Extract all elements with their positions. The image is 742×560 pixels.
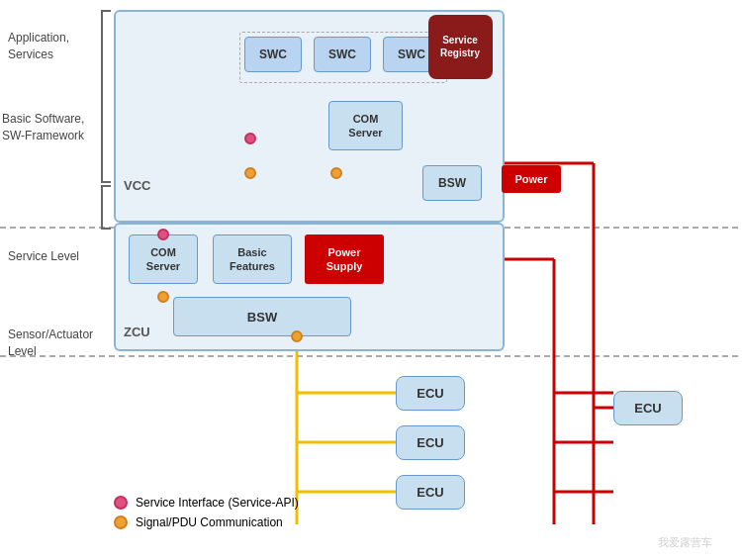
basic-features: BasicFeatures <box>213 234 292 284</box>
dot-service-com-zcu <box>157 229 169 240</box>
service-registry: ServiceRegistry <box>425 12 495 81</box>
legend-signal-label: Signal/PDU Communication <box>136 515 283 529</box>
swc-box-2: SWC <box>314 37 371 72</box>
watermark: 我爱露营车 <box>658 535 712 550</box>
power-supply: PowerSupply <box>305 234 384 284</box>
legend-pink-dot <box>114 496 128 510</box>
legend-service-label: Service Interface (Service-API) <box>136 496 299 510</box>
dot-signal-com-top <box>244 167 256 179</box>
label-sensor-actuator: Sensor/ActuatorLevel <box>8 327 93 360</box>
com-server-top: COMServer <box>328 101 403 150</box>
swc-box-1: SWC <box>244 37 302 72</box>
label-basic-software: Basic Software,SW-Framework <box>2 111 106 144</box>
ecu-box-2: ECU <box>396 425 465 460</box>
legend-orange-dot <box>114 515 128 529</box>
power-top: Power <box>502 165 561 193</box>
bsw-zcu: BSW <box>173 297 351 336</box>
legend: Service Interface (Service-API) Signal/P… <box>114 496 299 535</box>
label-service-level: Service Level <box>8 249 79 263</box>
bsw-top: BSW <box>422 165 482 201</box>
dot-signal-com-zcu <box>157 291 169 303</box>
legend-item-service: Service Interface (Service-API) <box>114 496 299 510</box>
dot-service-com-top <box>244 133 256 144</box>
service-registry-box: ServiceRegistry <box>428 15 493 79</box>
vcc-label: VCC <box>124 178 150 193</box>
label-application-services: Application, Services <box>8 30 69 63</box>
bracket-bottom <box>101 185 111 230</box>
dot-signal-bsw-zcu <box>291 330 303 342</box>
dot-signal-bsw-top <box>330 167 342 179</box>
diagram-container: Application, Services Basic Software,SW-… <box>0 0 742 560</box>
com-server-zcu: COMServer <box>129 234 198 284</box>
bracket-top <box>101 10 111 183</box>
legend-item-signal: Signal/PDU Communication <box>114 515 299 529</box>
zcu-label: ZCU <box>124 325 150 339</box>
ecu-box-3: ECU <box>396 475 465 510</box>
ecu-box-1: ECU <box>396 376 465 411</box>
ecu-box-4: ECU <box>613 391 683 425</box>
